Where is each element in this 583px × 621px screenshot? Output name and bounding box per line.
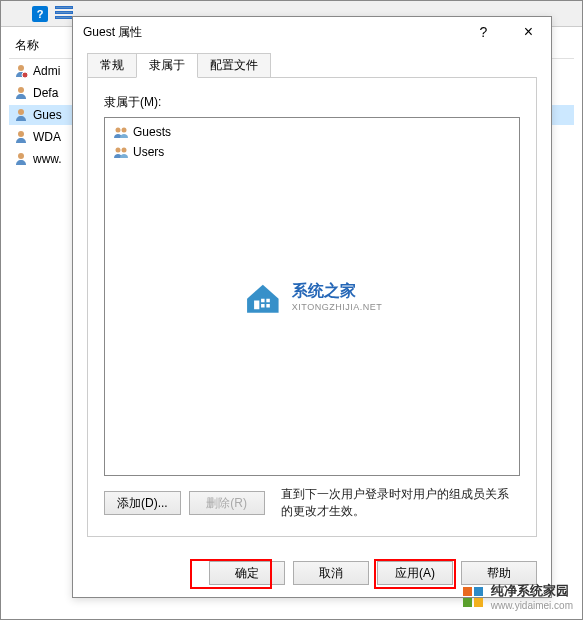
help-icon: ? xyxy=(32,6,48,22)
member-name: Guests xyxy=(133,125,171,139)
group-icon xyxy=(113,124,129,140)
puzzle-icon xyxy=(461,585,485,609)
add-button[interactable]: 添加(D)... xyxy=(104,491,181,515)
close-icon: × xyxy=(524,23,533,41)
help-button[interactable]: ? xyxy=(29,3,51,25)
list-view-icon xyxy=(55,6,73,22)
properties-dialog: Guest 属性 ? × 常规 隶属于 配置文件 隶属于(M): Guests xyxy=(72,16,552,598)
user-icon xyxy=(13,63,29,79)
dialog-close-button[interactable]: × xyxy=(506,17,551,47)
svg-rect-13 xyxy=(261,304,265,308)
dialog-titlebar[interactable]: Guest 属性 ? × xyxy=(73,17,551,47)
svg-point-8 xyxy=(116,148,121,153)
question-icon: ? xyxy=(480,24,488,40)
back-button[interactable] xyxy=(5,3,27,25)
watermark-footer-subtitle: www.yidaimei.com xyxy=(491,600,573,611)
list-item-label: Admi xyxy=(33,64,60,78)
list-item-label: WDA xyxy=(33,130,61,144)
svg-rect-11 xyxy=(261,298,265,302)
svg-point-7 xyxy=(122,128,127,133)
svg-point-2 xyxy=(18,87,24,93)
svg-point-4 xyxy=(18,131,24,137)
svg-rect-14 xyxy=(266,304,270,308)
ok-button[interactable]: 确定 xyxy=(209,561,285,585)
tab-general[interactable]: 常规 xyxy=(87,53,137,77)
svg-point-5 xyxy=(18,153,24,159)
user-icon xyxy=(13,85,29,101)
cancel-button[interactable]: 取消 xyxy=(293,561,369,585)
svg-point-3 xyxy=(18,109,24,115)
list-item-label: Gues xyxy=(33,108,62,122)
tab-panel-memberof: 隶属于(M): Guests Users xyxy=(87,77,537,537)
memberof-label: 隶属于(M): xyxy=(104,94,520,111)
watermark-title: 系统之家 xyxy=(292,281,382,302)
dialog-title: Guest 属性 xyxy=(83,24,461,41)
watermark-footer: 纯净系统家园 www.yidaimei.com xyxy=(461,582,573,611)
list-item-label: Defa xyxy=(33,86,58,100)
member-name: Users xyxy=(133,145,164,159)
memberof-buttons: 添加(D)... 删除(R) 直到下一次用户登录时对用户的组成员关系的更改才生效… xyxy=(104,486,520,520)
svg-point-1 xyxy=(22,72,28,78)
user-icon xyxy=(13,107,29,123)
user-icon xyxy=(13,151,29,167)
tab-memberof[interactable]: 隶属于 xyxy=(136,53,198,78)
user-icon xyxy=(13,129,29,145)
svg-rect-16 xyxy=(474,587,483,596)
svg-point-9 xyxy=(122,148,127,153)
remove-button[interactable]: 删除(R) xyxy=(189,491,265,515)
watermark-subtitle: XITONGZHIJIA.NET xyxy=(292,302,382,312)
memberof-list[interactable]: Guests Users xyxy=(104,117,520,476)
hint-text: 直到下一次用户登录时对用户的组成员关系的更改才生效。 xyxy=(281,486,520,520)
svg-rect-15 xyxy=(463,587,472,596)
svg-point-0 xyxy=(18,65,24,71)
member-item[interactable]: Users xyxy=(109,142,515,162)
svg-point-6 xyxy=(116,128,121,133)
tab-profile[interactable]: 配置文件 xyxy=(197,53,271,77)
svg-rect-17 xyxy=(463,598,472,607)
svg-rect-18 xyxy=(474,598,483,607)
tab-strip: 常规 隶属于 配置文件 xyxy=(87,53,537,77)
member-item[interactable]: Guests xyxy=(109,122,515,142)
svg-rect-10 xyxy=(254,300,259,309)
group-icon xyxy=(113,144,129,160)
watermark-footer-title: 纯净系统家园 xyxy=(491,582,573,600)
dialog-help-button[interactable]: ? xyxy=(461,17,506,47)
apply-button[interactable]: 应用(A) xyxy=(377,561,453,585)
house-icon xyxy=(242,276,284,318)
list-item-label: www. xyxy=(33,152,62,166)
svg-rect-12 xyxy=(266,298,270,302)
watermark-center: 系统之家 XITONGZHIJIA.NET xyxy=(242,276,382,318)
dialog-body: 常规 隶属于 配置文件 隶属于(M): Guests Users xyxy=(73,47,551,549)
